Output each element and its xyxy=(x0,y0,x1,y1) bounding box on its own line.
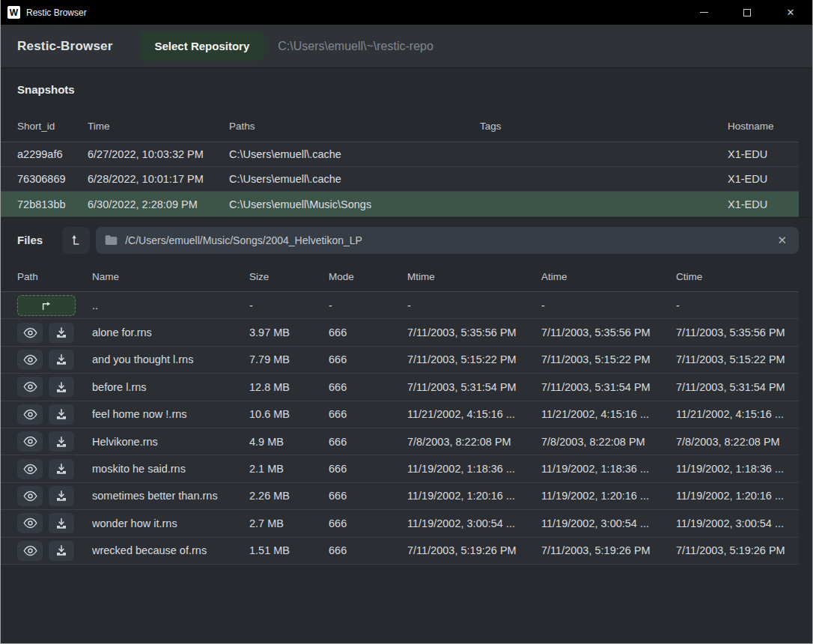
file-mtime: 7/11/2003, 5:35:56 PM xyxy=(407,326,541,338)
preview-file-button[interactable] xyxy=(17,350,43,370)
file-size: - xyxy=(249,300,329,312)
eye-icon xyxy=(23,436,37,447)
close-button[interactable]: ✕ xyxy=(769,0,812,25)
file-size: 2.1 MB xyxy=(249,463,329,475)
file-ctime: 7/11/2003, 5:31:54 PM xyxy=(676,381,799,393)
download-file-button[interactable] xyxy=(49,431,74,452)
file-mtime: 11/21/2002, 4:15:16 ... xyxy=(407,408,541,420)
file-row: feel home now !.rns 10.6 MB 666 11/21/20… xyxy=(1,401,799,428)
file-name: before l.rns xyxy=(92,381,249,393)
snapshots-table-header: Short_id Time Paths Tags Hostname xyxy=(1,111,799,142)
preview-file-button[interactable] xyxy=(17,541,43,561)
turn-right-arrow-icon xyxy=(40,300,53,312)
file-mode: 666 xyxy=(329,326,407,338)
repository-path-field[interactable]: C:\Users\emuell\~\restic-repo xyxy=(278,40,433,53)
file-mtime: - xyxy=(407,300,541,312)
download-file-button[interactable] xyxy=(49,323,74,343)
file-ctime: 11/19/2002, 3:00:54 ... xyxy=(676,517,799,529)
file-name: .. xyxy=(92,300,249,312)
close-icon: ✕ xyxy=(787,7,795,17)
file-atime: 7/8/2003, 8:22:08 PM xyxy=(541,436,676,448)
file-size: 4.9 MB xyxy=(249,436,329,448)
file-ctime: 7/8/2003, 8:22:08 PM xyxy=(676,436,799,448)
column-mtime: Mtime xyxy=(407,271,541,282)
select-repository-button[interactable]: Select Repository xyxy=(140,31,265,61)
snapshot-hostname: X1-EDU xyxy=(728,148,799,160)
download-file-button[interactable] xyxy=(49,404,74,425)
parent-directory-row: .. - - - - - xyxy=(1,292,799,319)
preview-file-button[interactable] xyxy=(17,323,43,343)
snapshot-row[interactable]: 76306869 6/28/2022, 10:01:17 PM C:\Users… xyxy=(1,167,799,192)
snapshot-row[interactable]: 72b813bb 6/30/2022, 2:28:09 PM C:\Users\… xyxy=(1,192,799,217)
preview-file-button[interactable] xyxy=(17,486,43,506)
preview-file-button[interactable] xyxy=(17,377,43,397)
snapshot-paths: C:\Users\emuell\.cache xyxy=(229,173,480,185)
snapshot-time: 6/30/2022, 2:28:09 PM xyxy=(88,198,229,210)
preview-file-button[interactable] xyxy=(17,404,43,425)
file-ctime: 11/19/2002, 1:20:16 ... xyxy=(676,490,799,502)
restore-up-icon xyxy=(69,233,83,247)
file-size: 12.8 MB xyxy=(249,381,329,393)
snapshots-section: Snapshots Short_id Time Paths Tags Hostn… xyxy=(1,67,812,217)
file-mode: - xyxy=(329,300,407,312)
download-file-button[interactable] xyxy=(49,541,74,561)
app-header: Restic-Browser Select Repository C:\User… xyxy=(1,25,812,67)
file-atime: - xyxy=(541,300,676,312)
file-row: sometimes better than.rns 2.26 MB 666 11… xyxy=(1,483,799,510)
snapshot-short-id: a2299af6 xyxy=(17,148,88,160)
preview-file-button[interactable] xyxy=(17,431,43,452)
download-icon xyxy=(55,544,67,556)
preview-file-button[interactable] xyxy=(17,459,43,479)
download-file-button[interactable] xyxy=(49,459,74,479)
file-mtime: 7/11/2003, 5:19:26 PM xyxy=(407,544,541,556)
files-section: Path Name Size Mode Mtime Atime Ctime xyxy=(1,262,812,565)
file-name: wrecked because of.rns xyxy=(92,544,249,556)
file-atime: 7/11/2003, 5:15:22 PM xyxy=(541,353,676,365)
download-file-button[interactable] xyxy=(49,486,74,506)
file-mode: 666 xyxy=(329,490,407,502)
files-section-bar: Files /C/Users/emuell/Music/Songs/2004_H… xyxy=(1,217,812,262)
snapshot-short-id: 72b813bb xyxy=(17,198,88,210)
minimize-button[interactable] xyxy=(682,0,725,25)
eye-icon xyxy=(23,327,37,338)
snapshot-time: 6/27/2022, 10:03:32 PM xyxy=(88,148,229,160)
folder-icon xyxy=(105,234,118,246)
file-ctime: 11/19/2002, 1:18:36 ... xyxy=(676,463,799,475)
go-up-directory-button[interactable] xyxy=(17,295,76,316)
file-name: sometimes better than.rns xyxy=(92,490,249,502)
download-icon xyxy=(55,436,67,448)
download-file-button[interactable] xyxy=(49,377,74,397)
clear-path-button[interactable]: ✕ xyxy=(774,232,790,249)
close-x-icon: ✕ xyxy=(777,234,787,246)
maximize-button[interactable] xyxy=(725,0,769,25)
eye-icon xyxy=(23,517,37,529)
download-file-button[interactable] xyxy=(49,513,74,533)
snapshot-hostname: X1-EDU xyxy=(728,173,799,185)
file-mtime: 11/19/2002, 1:18:36 ... xyxy=(407,463,541,475)
file-size: 1.51 MB xyxy=(249,544,329,556)
file-atime: 7/11/2003, 5:19:26 PM xyxy=(541,544,676,556)
eye-icon xyxy=(23,354,37,365)
file-ctime: 7/11/2003, 5:15:22 PM xyxy=(676,353,799,365)
file-mtime: 7/11/2003, 5:15:22 PM xyxy=(407,353,541,365)
file-mode: 666 xyxy=(329,381,407,393)
snapshot-hostname: X1-EDU xyxy=(728,198,799,210)
file-atime: 11/19/2002, 1:20:16 ... xyxy=(541,490,676,502)
file-row: before l.rns 12.8 MB 666 7/11/2003, 5:31… xyxy=(1,374,799,401)
download-file-button[interactable] xyxy=(49,350,74,370)
snapshot-paths: C:\Users\emuell\.cache xyxy=(229,148,480,160)
files-title: Files xyxy=(17,234,43,246)
eye-icon xyxy=(23,545,37,556)
dump-snapshot-button[interactable] xyxy=(62,227,90,254)
file-mode: 666 xyxy=(329,517,407,529)
file-name: feel home now !.rns xyxy=(92,408,249,420)
file-ctime: - xyxy=(676,300,799,312)
snapshot-row[interactable]: a2299af6 6/27/2022, 10:03:32 PM C:\Users… xyxy=(1,142,799,167)
preview-file-button[interactable] xyxy=(17,513,43,533)
window-title: Restic Browser xyxy=(26,7,682,18)
column-path: Path xyxy=(17,271,92,282)
snapshots-title-bar: Snapshots xyxy=(1,67,812,111)
current-path-input[interactable]: /C/Users/emuell/Music/Songs/2004_Helveti… xyxy=(96,227,799,254)
download-icon xyxy=(55,517,67,529)
file-size: 2.7 MB xyxy=(249,517,329,529)
